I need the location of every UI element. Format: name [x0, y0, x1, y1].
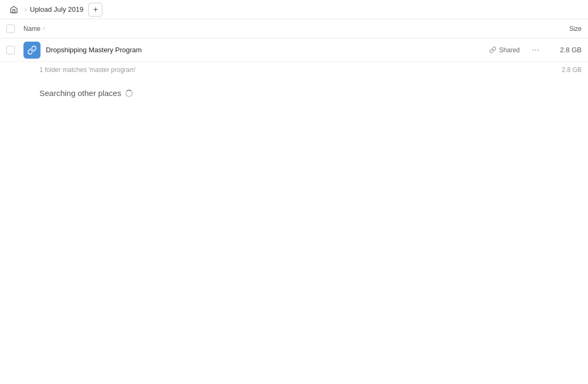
select-all-checkbox-area[interactable] — [6, 25, 23, 33]
breadcrumb-arrow: › — [25, 6, 27, 13]
breadcrumb-bar: › Upload July 2019 + — [0, 0, 588, 19]
loading-spinner — [125, 90, 133, 97]
file-shared-label: Shared — [489, 46, 520, 54]
searching-row: Searching other places — [0, 78, 588, 103]
file-checkbox[interactable] — [6, 46, 15, 54]
breadcrumb-label: Upload July 2019 — [30, 5, 83, 13]
select-all-checkbox[interactable] — [6, 25, 15, 33]
size-column-header: Size — [539, 25, 582, 33]
searching-label: Searching other places — [39, 89, 121, 98]
summary-row: 1 folder matches 'master program' 2.8 GB — [0, 62, 588, 78]
home-button[interactable] — [6, 2, 21, 17]
svg-point-0 — [533, 50, 534, 51]
add-button[interactable]: + — [88, 3, 102, 17]
svg-point-1 — [535, 50, 536, 51]
file-checkbox-area[interactable] — [6, 46, 23, 54]
file-name: Dropshipping Mastery Program — [46, 46, 489, 54]
more-dots-icon — [531, 46, 540, 54]
column-headers: Name ↑ Size — [0, 19, 588, 38]
file-row[interactable]: Dropshipping Mastery Program Shared 2.8 … — [0, 38, 588, 62]
link-icon — [489, 46, 496, 53]
more-options-button[interactable] — [528, 43, 543, 58]
sort-arrow-icon: ↑ — [43, 26, 45, 31]
summary-size: 2.8 GB — [550, 66, 582, 74]
name-column-header[interactable]: Name ↑ — [23, 25, 539, 33]
svg-point-2 — [538, 50, 539, 51]
file-size: 2.8 GB — [550, 46, 582, 54]
folder-icon — [23, 42, 41, 59]
summary-text: 1 folder matches 'master program' — [39, 66, 550, 74]
